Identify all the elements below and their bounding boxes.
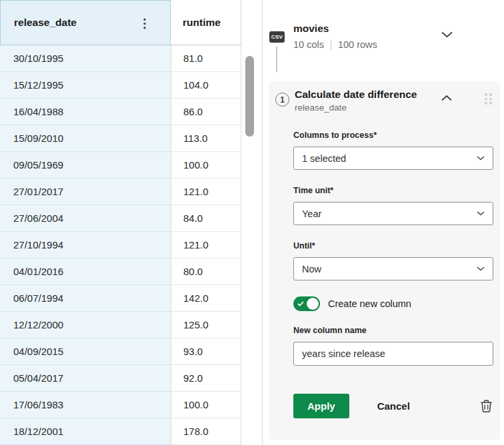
table-row[interactable]: 04/01/2016 80.0	[0, 258, 260, 285]
cell-runtime[interactable]: 92.0	[171, 365, 241, 392]
cancel-button[interactable]: Cancel	[377, 400, 410, 412]
table-row[interactable]: 27/10/1994 121.0	[0, 232, 260, 258]
cell-release-date[interactable]: 30/10/1995	[0, 45, 171, 72]
cell-runtime[interactable]: 100.0	[171, 392, 241, 418]
cell-runtime[interactable]: 84.0	[171, 205, 241, 232]
table-row[interactable]: 04/09/2015 93.0	[0, 338, 260, 365]
cell-release-date[interactable]: 15/09/2010	[0, 125, 171, 152]
check-icon	[297, 301, 304, 306]
table-row[interactable]: 09/05/1969 100.0	[0, 152, 260, 179]
table-row[interactable]: 12/12/2000 125.0	[0, 312, 260, 338]
cell-runtime[interactable]: 142.0	[171, 285, 241, 312]
cell-runtime[interactable]: 121.0	[171, 179, 241, 205]
toggle-knob	[307, 298, 319, 310]
cell-runtime[interactable]: 93.0	[171, 338, 241, 365]
table-row[interactable]: 18/12/2001 178.0	[0, 418, 260, 445]
trash-icon	[481, 400, 492, 412]
column-menu-icon[interactable]	[143, 18, 146, 29]
cell-runtime[interactable]: 121.0	[171, 232, 241, 258]
vertical-scrollbar-thumb[interactable]	[245, 56, 254, 137]
table-row[interactable]: 15/09/2010 113.0	[0, 125, 260, 152]
table-body: 30/10/1995 81.0 15/12/1995 104.0 16/04/1…	[0, 45, 260, 445]
dataset-rows-count: 100 rows	[338, 39, 377, 50]
chevron-down-icon	[477, 211, 485, 216]
cell-runtime[interactable]: 100.0	[171, 152, 241, 179]
cell-release-date[interactable]: 17/06/1983	[0, 392, 171, 418]
cell-release-date[interactable]: 15/12/1995	[0, 72, 171, 99]
cell-runtime[interactable]: 178.0	[171, 418, 241, 445]
table-header-row: release_date runtime	[0, 0, 260, 45]
step-card-date-difference: 1 Calculate date difference release_date…	[269, 81, 500, 440]
apply-button[interactable]: Apply	[293, 394, 349, 418]
cell-runtime[interactable]: 113.0	[171, 125, 241, 152]
step-actions: Apply Cancel	[293, 394, 493, 418]
step-subtitle: release_date	[295, 103, 347, 113]
drag-handle-icon[interactable]	[485, 93, 492, 105]
cell-runtime[interactable]: 86.0	[171, 99, 241, 125]
cell-release-date[interactable]: 05/04/2017	[0, 365, 171, 392]
step-title: Calculate date difference	[295, 89, 417, 101]
cell-release-date[interactable]: 09/05/1969	[0, 152, 171, 179]
columns-to-process-label: Columns to process*	[293, 131, 493, 140]
cell-release-date[interactable]: 06/07/1994	[0, 285, 171, 312]
until-value: Now	[302, 264, 321, 274]
cell-release-date[interactable]: 27/06/2004	[0, 205, 171, 232]
data-table: release_date runtime 30/10/1995 81.0 15/…	[0, 0, 260, 445]
step-number-badge: 1	[275, 93, 289, 107]
columns-to-process-value: 1 selected	[302, 153, 346, 164]
time-unit-value: Year	[302, 209, 321, 219]
cell-runtime[interactable]: 81.0	[171, 45, 241, 72]
time-unit-select[interactable]: Year	[293, 202, 493, 225]
cell-release-date[interactable]: 16/04/1988	[0, 99, 171, 125]
cell-runtime[interactable]: 104.0	[171, 72, 241, 99]
cell-release-date[interactable]: 18/12/2001	[0, 418, 171, 445]
until-label: Until*	[293, 241, 493, 250]
cell-release-date[interactable]: 04/01/2016	[0, 258, 171, 285]
create-new-column-label: Create new column	[328, 298, 411, 309]
delete-step-button[interactable]	[481, 400, 492, 412]
step-connector-line	[276, 47, 277, 72]
step-form: Columns to process* 1 selected Time unit…	[293, 131, 493, 418]
new-column-name-input[interactable]	[293, 342, 493, 366]
cell-release-date[interactable]: 12/12/2000	[0, 312, 171, 338]
table-header-runtime[interactable]: runtime	[171, 0, 241, 45]
meta-separator	[331, 40, 331, 50]
cell-runtime[interactable]: 125.0	[171, 312, 241, 338]
table-row[interactable]: 30/10/1995 81.0	[0, 45, 260, 72]
cell-release-date[interactable]: 04/09/2015	[0, 338, 171, 365]
cell-release-date[interactable]: 27/01/2017	[0, 179, 171, 205]
recipe-panel: CSV movies 10 cols 100 rows 1 Calculate …	[263, 0, 504, 445]
dataset-meta: 10 cols 100 rows	[293, 39, 377, 50]
step-collapse-chevron-up-icon[interactable]	[441, 95, 452, 101]
chevron-down-icon	[477, 156, 485, 161]
dataset-cols-count: 10 cols	[293, 39, 324, 50]
table-row[interactable]: 06/07/1994 142.0	[0, 285, 260, 312]
column-label-runtime: runtime	[183, 17, 221, 29]
table-header-release-date[interactable]: release_date	[0, 0, 171, 45]
cell-release-date[interactable]: 27/10/1994	[0, 232, 171, 258]
time-unit-label: Time unit*	[293, 186, 493, 195]
table-row[interactable]: 27/01/2017 121.0	[0, 179, 260, 205]
cell-runtime[interactable]: 80.0	[171, 258, 241, 285]
column-label-release-date: release_date	[14, 17, 77, 29]
create-new-column-toggle[interactable]	[293, 296, 320, 311]
dataset-collapse-chevron-down-icon[interactable]	[441, 31, 453, 38]
columns-to-process-select[interactable]: 1 selected	[293, 147, 493, 170]
new-column-name-label: New column name	[293, 326, 493, 335]
table-row[interactable]: 27/06/2004 84.0	[0, 205, 260, 232]
dataset-name: movies	[293, 23, 329, 35]
table-row[interactable]: 15/12/1995 104.0	[0, 72, 260, 99]
table-row[interactable]: 17/06/1983 100.0	[0, 392, 260, 418]
create-new-column-row: Create new column	[293, 296, 493, 311]
csv-file-icon: CSV	[269, 31, 285, 43]
table-row[interactable]: 16/04/1988 86.0	[0, 99, 260, 125]
table-row[interactable]: 05/04/2017 92.0	[0, 365, 260, 392]
until-select[interactable]: Now	[293, 257, 493, 280]
chevron-down-icon	[477, 266, 485, 271]
